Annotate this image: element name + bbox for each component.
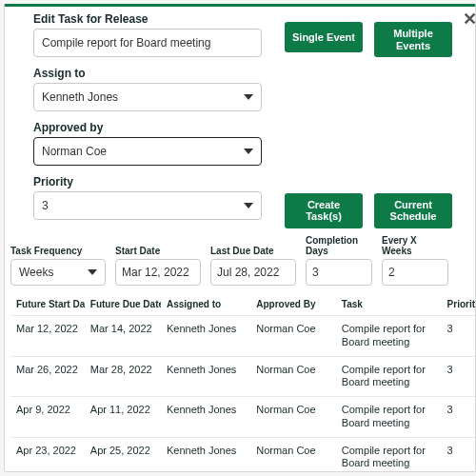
cell-task: Compile report for Board meeting: [336, 356, 442, 397]
spacer: [285, 69, 466, 176]
cell-fdd: Mar 14, 2022: [85, 316, 161, 357]
priority-select[interactable]: 3: [33, 191, 262, 220]
th-priority: Priority: [442, 295, 475, 316]
cell-task: Compile report for Board meeting: [336, 316, 442, 357]
table-row: Apr 23, 2022Apr 25, 2022Kenneth JonesNor…: [10, 437, 475, 476]
completion-days-input[interactable]: [306, 259, 372, 286]
start-date-input[interactable]: [115, 259, 201, 286]
cell-ass: Kenneth Jones: [161, 437, 250, 476]
cell-fsd: Mar 26, 2022: [10, 356, 85, 397]
start-date-label: Start Date: [115, 246, 201, 256]
approved-by-label: Approved by: [33, 121, 269, 134]
cell-task: Compile report for Board meeting: [336, 437, 442, 476]
th-approved-by: Approved By: [250, 295, 336, 316]
multiple-events-button[interactable]: Multiple Events: [374, 22, 452, 57]
close-icon[interactable]: ✕: [463, 9, 476, 30]
cell-ass: Kenneth Jones: [161, 356, 250, 397]
current-schedule-button[interactable]: Current Schedule: [374, 193, 452, 228]
task-name-input[interactable]: [33, 29, 262, 57]
edit-task-title: Edit Task for Release: [33, 12, 269, 26]
cell-prio: 3: [442, 397, 475, 438]
edit-task-modal: ✕ Edit Task for Release Assign to Kennet…: [4, 4, 476, 472]
cell-fdd: Mar 28, 2022: [85, 356, 161, 397]
table-row: Apr 9, 2022Apr 11, 2022Kenneth JonesNorm…: [10, 397, 475, 438]
cell-task: Compile report for Board meeting: [336, 397, 442, 438]
params-row: Task Frequency Weeks Start Date Last Due…: [5, 229, 475, 286]
cell-app: Norman Coe: [250, 316, 336, 357]
cell-fsd: Apr 23, 2022: [10, 437, 85, 476]
assign-to-select[interactable]: Kenneth Jones: [33, 83, 262, 111]
cell-prio: 3: [442, 437, 475, 476]
th-future-due: Future Due Dates: [85, 295, 161, 316]
completion-days-label: Completion Days: [306, 235, 372, 256]
last-due-date-input[interactable]: [210, 259, 296, 286]
cell-app: Norman Coe: [250, 437, 336, 476]
assign-to-label: Assign to: [33, 67, 269, 80]
th-assigned-to: Assigned to: [161, 295, 250, 316]
every-x-weeks-label: Every X Weeks: [382, 235, 448, 256]
table-row: Mar 12, 2022Mar 14, 2022Kenneth JonesNor…: [10, 316, 475, 357]
task-frequency-label: Task Frequency: [10, 246, 106, 256]
cell-prio: 3: [442, 316, 475, 357]
cell-fsd: Mar 12, 2022: [10, 316, 85, 357]
cell-fdd: Apr 25, 2022: [85, 437, 161, 476]
cell-app: Norman Coe: [250, 397, 336, 438]
approved-by-select[interactable]: Norman Coe: [33, 137, 262, 166]
every-x-weeks-input[interactable]: [382, 259, 448, 286]
cell-fdd: Apr 11, 2022: [85, 397, 161, 438]
cell-ass: Kenneth Jones: [161, 316, 250, 357]
schedule-table: Future Start Dates Future Due Dates Assi…: [10, 295, 475, 476]
last-due-date-label: Last Due Date: [210, 246, 296, 256]
create-tasks-button[interactable]: Create Task(s): [285, 193, 363, 228]
th-task: Task: [336, 295, 442, 316]
priority-label: Priority: [33, 175, 269, 188]
cell-app: Norman Coe: [250, 356, 336, 397]
cell-prio: 3: [442, 356, 475, 397]
task-frequency-select[interactable]: Weeks: [10, 259, 106, 286]
table-row: Mar 26, 2022Mar 28, 2022Kenneth JonesNor…: [10, 356, 475, 397]
cell-ass: Kenneth Jones: [161, 397, 250, 438]
cell-fsd: Apr 9, 2022: [10, 397, 85, 438]
th-future-start: Future Start Dates: [10, 295, 85, 316]
single-event-button[interactable]: Single Event: [285, 22, 363, 52]
table-header-row: Future Start Dates Future Due Dates Assi…: [10, 295, 475, 316]
